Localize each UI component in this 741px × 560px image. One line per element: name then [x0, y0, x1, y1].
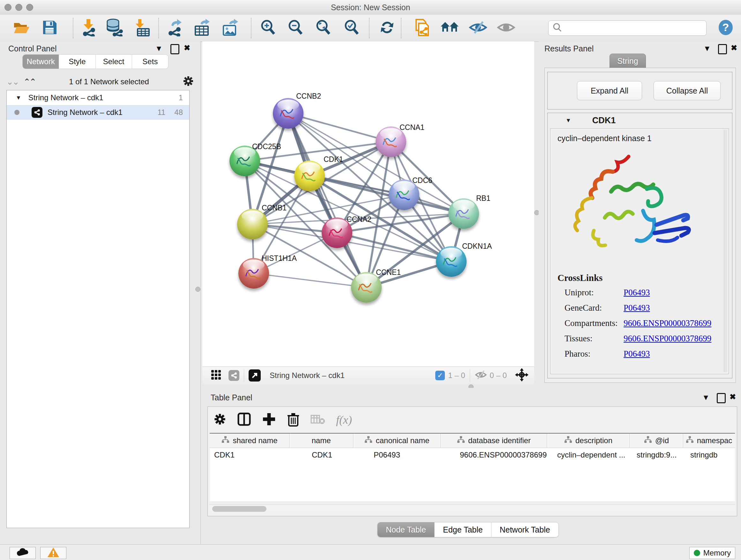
table-tabs: Node Table Edge Table Network Table [377, 522, 559, 537]
grid-view-icon[interactable] [211, 369, 221, 381]
clone-network-button[interactable] [412, 18, 431, 38]
export-image-button[interactable] [221, 18, 240, 38]
expand-all-button[interactable]: Expand All [577, 81, 642, 100]
home-pages-button[interactable] [441, 18, 460, 38]
table-row[interactable]: CDK1 CDK1 P06493 9606.ENSP00000378699 cy… [210, 448, 735, 462]
show-all-button[interactable] [496, 18, 516, 38]
crosslink-uniprot-link[interactable]: P06493 [623, 288, 650, 298]
column-header-shared-name[interactable]: shared name [210, 434, 289, 448]
search-input[interactable] [562, 23, 704, 33]
results-panel-menu-icon[interactable]: ▼ [703, 45, 711, 52]
network-node-CCNB2[interactable] [273, 98, 304, 129]
control-panel-close-icon[interactable]: ✖ [184, 44, 190, 52]
column-header-description[interactable]: description [547, 434, 630, 448]
control-panel-menu-icon[interactable]: ▼ [155, 45, 163, 52]
protein-ribbon-thumbnail [453, 205, 475, 223]
table-panel-float-icon[interactable] [717, 393, 726, 403]
network-node-CCNB1[interactable] [237, 209, 268, 240]
import-network-database-button[interactable] [105, 18, 124, 38]
results-panel-close-icon[interactable]: ✖ [731, 44, 737, 52]
node-label: HIST1H1A [262, 254, 297, 263]
tab-network-table[interactable]: Network Table [491, 522, 558, 537]
network-node-CDK1[interactable] [294, 161, 325, 191]
export-table-button[interactable] [193, 18, 212, 38]
table-header-row: shared name name canonical name database… [210, 434, 735, 448]
cloud-status-button[interactable] [10, 547, 36, 559]
column-header-id[interactable]: @id [630, 434, 683, 448]
cell-canonical-name[interactable]: P06493 [353, 450, 441, 459]
tab-style[interactable]: Style [59, 55, 95, 69]
export-network-button[interactable] [165, 18, 185, 38]
network-collection-row[interactable]: ▼ String Network – cdk1 1 [7, 90, 189, 105]
crosslink-genecard-link[interactable]: P06493 [623, 303, 650, 313]
table-horizontal-scrollbar[interactable] [210, 504, 735, 513]
selected-checkbox-icon[interactable]: ✓ [435, 371, 445, 380]
zoom-in-button[interactable] [259, 18, 278, 38]
refresh-icon [379, 19, 395, 37]
splitter-handle[interactable] [195, 287, 200, 292]
table-settings-gear-icon[interactable] [213, 413, 226, 427]
zoom-out-button[interactable] [286, 18, 305, 38]
network-node-CDKN1A[interactable] [436, 246, 467, 277]
tab-sets[interactable]: Sets [132, 55, 168, 69]
table-panel-close-icon[interactable]: ✖ [730, 393, 736, 401]
tab-string[interactable]: String [610, 54, 646, 68]
node-label: CCNE1 [376, 268, 401, 277]
tab-select[interactable]: Select [96, 55, 132, 69]
crosslink-tissues-link[interactable]: 9606.ENSP00000378699 [623, 334, 711, 344]
import-network-file-button[interactable] [79, 18, 98, 38]
column-header-name[interactable]: name [289, 434, 353, 448]
delete-column-trash-icon[interactable] [287, 412, 300, 428]
network-node-RB1[interactable] [448, 198, 479, 229]
refresh-layout-button[interactable] [378, 18, 397, 38]
open-in-window-icon[interactable] [249, 369, 261, 381]
network-row[interactable]: String Network – cdk1 11 48 [7, 105, 189, 120]
zoom-fit-button[interactable] [314, 18, 333, 38]
show-columns-icon[interactable] [237, 412, 251, 428]
collapse-all-chevron-icon[interactable]: ⌄⌄ [6, 77, 18, 87]
save-session-button[interactable] [40, 18, 59, 38]
node-label: CCNB2 [296, 92, 321, 101]
tab-edge-table[interactable]: Edge Table [434, 522, 491, 537]
network-options-gear-icon[interactable] [183, 75, 194, 88]
crosshair-icon[interactable] [515, 368, 529, 383]
column-header-namespace[interactable]: namespac [683, 434, 734, 448]
zoom-selected-button[interactable] [342, 18, 361, 38]
results-panel-float-icon[interactable] [718, 44, 727, 54]
crosslink-pharos-link[interactable]: P06493 [623, 349, 650, 359]
collapse-triangle-icon[interactable]: ▼ [16, 95, 21, 101]
column-header-canonical-name[interactable]: canonical name [353, 434, 441, 448]
collapse-all-button[interactable]: Collapse All [654, 81, 721, 100]
birdseye-share-icon[interactable] [228, 370, 239, 381]
memory-button[interactable]: Memory [689, 547, 735, 559]
crosslink-label: Tissues: [564, 334, 623, 344]
tab-network[interactable]: Network [23, 55, 59, 69]
crosslink-compartments-link[interactable]: 9606.ENSP00000378699 [623, 318, 711, 328]
cell-id[interactable]: stringdb:9... [630, 450, 683, 459]
control-panel-float-icon[interactable] [171, 44, 179, 54]
cell-shared-name[interactable]: CDK1 [210, 450, 289, 459]
warnings-button[interactable] [40, 547, 66, 559]
network-share-icon [31, 107, 43, 118]
hide-selection-button[interactable] [468, 18, 488, 38]
delete-table-icon [311, 414, 325, 426]
selected-count: 1 – 0 [448, 371, 465, 380]
table-panel-menu-icon[interactable]: ▼ [702, 394, 710, 401]
cell-name[interactable]: CDK1 [289, 450, 353, 459]
cell-description[interactable]: cyclin–dependent ... [547, 450, 630, 459]
network-canvas[interactable]: CCNB2CCNA1CDC25BCDK1CDC6RB1CCNB1CCNA2CDK… [202, 42, 534, 367]
expand-all-chevron-icon[interactable]: ⌃⌃ [23, 77, 36, 87]
open-session-button[interactable] [12, 18, 31, 38]
tab-node-table[interactable]: Node Table [378, 522, 434, 537]
toolbar-search[interactable] [548, 20, 706, 36]
cell-namespace[interactable]: stringdb [683, 450, 734, 459]
import-table-button[interactable] [132, 18, 151, 38]
cell-database-identifier[interactable]: 9606.ENSP00000378699 [441, 450, 547, 459]
search-icon [552, 23, 562, 34]
add-column-icon[interactable] [262, 412, 276, 428]
column-header-database-identifier[interactable]: database identifier [441, 434, 547, 448]
help-button[interactable]: ? [716, 18, 735, 38]
results-scrollbar[interactable] [724, 130, 727, 372]
scrollbar-thumb[interactable] [212, 506, 266, 512]
gene-collapse-triangle-icon[interactable]: ▼ [565, 117, 571, 124]
